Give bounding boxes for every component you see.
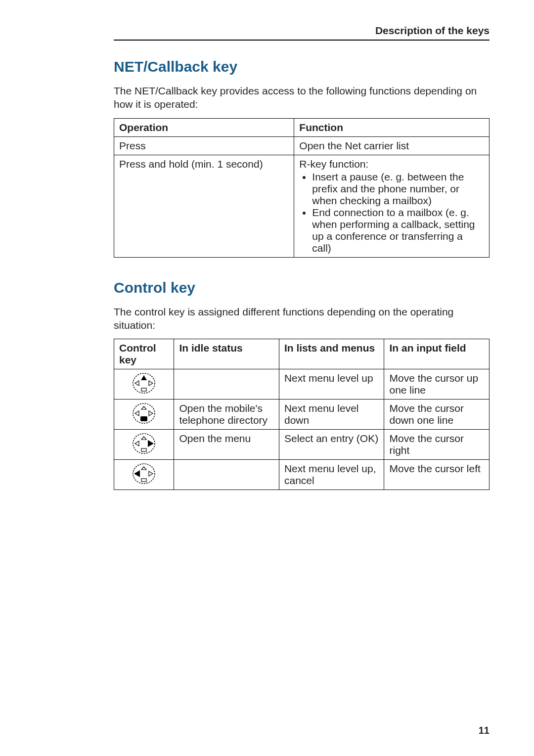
ctrl-input: Move the cursor down one line [384, 400, 490, 430]
ctrl-input: Move the cursor up one line [384, 369, 490, 400]
svg-marker-13 [148, 440, 154, 447]
ctrl-lists: Next menu level up [279, 369, 384, 400]
svg-marker-2 [135, 381, 139, 386]
net-fn-text: R-key function: [299, 158, 368, 170]
net-intro: The NET/Callback key provides access to … [114, 84, 490, 111]
control-heading: Control key [114, 279, 490, 296]
ctrl-th-lists: In lists and menus [279, 339, 384, 369]
svg-rect-14 [141, 448, 146, 451]
control-key-left-icon [114, 460, 174, 490]
net-op: Press and hold (min. 1 second) [114, 155, 294, 257]
table-row: Press and hold (min. 1 second) R-key fun… [114, 155, 490, 257]
ctrl-lists: Next menu level down [279, 400, 384, 430]
control-table: Control key In idle status In lists and … [114, 339, 490, 490]
svg-marker-17 [134, 470, 140, 477]
ctrl-input: Move the cursor right [384, 430, 490, 460]
ctrl-idle [174, 460, 279, 490]
net-heading: NET/Callback key [114, 58, 490, 75]
ctrl-lists: Next menu level up, cancel [279, 460, 384, 490]
svg-marker-12 [135, 441, 139, 446]
table-row: Open the menu Select an entry (OK) Move … [114, 430, 490, 460]
page-number: 11 [479, 725, 490, 736]
svg-rect-4 [141, 388, 146, 391]
list-item: Insert a pause (e. g. between the prefix… [312, 171, 484, 207]
list-item: End connection to a mailbox (e. g. when … [312, 207, 484, 254]
ctrl-idle [174, 369, 279, 400]
svg-marker-1 [141, 375, 147, 380]
svg-rect-19 [141, 479, 146, 482]
control-key-down-icon [114, 400, 174, 430]
table-row: Open the mobile's telephone directory Ne… [114, 400, 490, 430]
svg-marker-16 [141, 467, 146, 470]
svg-marker-6 [141, 406, 146, 409]
ctrl-idle: Open the mobile's telephone directory [174, 400, 279, 430]
control-key-up-icon [114, 369, 174, 400]
ctrl-th-key: Control key [114, 339, 174, 369]
svg-rect-9 [140, 416, 147, 421]
table-row: Press Open the Net carrier list [114, 136, 490, 155]
section-header: Description of the keys [114, 25, 490, 41]
net-th-fn: Function [294, 118, 490, 136]
table-row: Next menu level up Move the cursor up on… [114, 369, 490, 400]
svg-marker-7 [135, 411, 139, 416]
net-fn: Open the Net carrier list [294, 136, 490, 155]
ctrl-input: Move the cursor left [384, 460, 490, 490]
net-table: Operation Function Press Open the Net ca… [114, 118, 490, 258]
svg-marker-8 [149, 411, 153, 416]
ctrl-idle: Open the menu [174, 430, 279, 460]
svg-marker-3 [149, 381, 153, 386]
net-fn: R-key function: Insert a pause (e. g. be… [294, 155, 490, 257]
svg-marker-11 [141, 437, 146, 440]
ctrl-th-idle: In idle status [174, 339, 279, 369]
svg-marker-18 [149, 471, 153, 476]
ctrl-th-input: In an input field [384, 339, 490, 369]
control-key-right-icon [114, 430, 174, 460]
net-th-op: Operation [114, 118, 294, 136]
ctrl-lists: Select an entry (OK) [279, 430, 384, 460]
control-intro: The control key is assigned different fu… [114, 305, 490, 332]
net-op: Press [114, 136, 294, 155]
table-row: Next menu level up, cancel Move the curs… [114, 460, 490, 490]
